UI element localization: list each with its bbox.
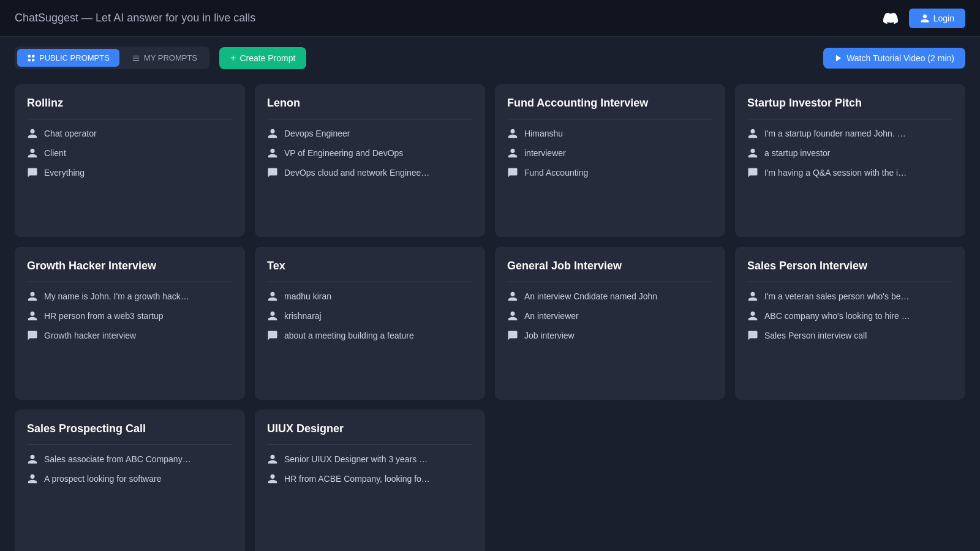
card-row: Client (27, 148, 233, 161)
card-row-text: I'm having a Q&A session with the inv... (764, 167, 911, 179)
card-row: Senior UIUX Designer with 3 years of... (267, 454, 473, 467)
svg-marker-4 (836, 54, 841, 61)
card-title: Fund Accounting Interview (507, 96, 713, 110)
card-row-text: DevOps cloud and network Engineer ... (284, 167, 431, 179)
card-row-text: Senior UIUX Designer with 3 years of... (284, 454, 431, 466)
card-row: An interview Cndidate named John (507, 291, 713, 304)
prompt-card[interactable]: Sales Prospecting CallSales associate fr… (15, 410, 245, 551)
card-row: Chat operator (27, 128, 233, 141)
card-row: HR from ACBE Company, looking for hi... (267, 473, 473, 487)
chat-icon (27, 330, 38, 343)
card-row-text: Job interview (524, 330, 575, 342)
person-icon (747, 291, 758, 304)
prompt-card[interactable]: RollinzChat operatorClientEverything (15, 84, 245, 237)
card-title: General Job Interview (507, 259, 713, 273)
chat-icon (267, 167, 278, 181)
person-icon (747, 148, 758, 161)
prompt-card[interactable]: LenonDevops EngineerVP of Engineering an… (255, 84, 485, 237)
card-row-text: krishnaraj (284, 310, 322, 323)
card-row-text: Fund Accounting (524, 167, 588, 179)
card-divider (507, 119, 713, 119)
person-icon (507, 291, 518, 304)
card-row: I'm a veteran sales person who's bee... (747, 291, 953, 304)
chat-icon (507, 167, 518, 181)
svg-rect-2 (28, 59, 31, 61)
login-label: Login (933, 13, 954, 23)
card-row-text: HR from ACBE Company, looking for hi... (284, 473, 431, 485)
card-row-text: A prospect looking for software (44, 473, 161, 485)
tab-group: PUBLIC PROMPTS MY PROMPTS (15, 47, 209, 69)
person-icon (747, 128, 758, 141)
prompt-card[interactable]: UIUX DesignerSenior UIUX Designer with 3… (255, 410, 485, 551)
svg-rect-3 (32, 59, 34, 61)
person-icon (507, 148, 518, 161)
card-row: A prospect looking for software (27, 473, 233, 487)
card-row-text: Devops Engineer (284, 128, 350, 140)
person-icon (27, 291, 38, 304)
svg-rect-0 (28, 54, 31, 57)
card-row-text: interviewer (524, 148, 566, 160)
logo-text: ChatSuggest (15, 12, 78, 24)
chat-icon (747, 167, 758, 181)
card-divider (27, 282, 233, 282)
card-row-text: a startup investor (764, 148, 830, 160)
card-row: krishnaraj (267, 310, 473, 324)
card-row-text: about a meeting building a feature (284, 330, 414, 342)
card-row-text: Growth hacker interview (44, 330, 136, 342)
chat-icon (267, 330, 278, 343)
watch-tutorial-button[interactable]: Watch Tutorial Video (2 min) (823, 48, 965, 69)
prompt-card[interactable]: Startup Investor PitchI'm a startup foun… (735, 84, 965, 237)
card-row-text: ABC company who's looking to hire s... (764, 310, 911, 323)
card-row: I'm having a Q&A session with the inv... (747, 167, 953, 181)
person-icon (27, 473, 38, 487)
card-row: VP of Engineering and DevOps (267, 148, 473, 161)
card-divider (27, 119, 233, 119)
cards-grid: RollinzChat operatorClientEverythingLeno… (0, 79, 980, 551)
discord-icon[interactable] (880, 7, 902, 29)
card-row-text: Client (44, 148, 66, 160)
card-divider (747, 119, 953, 119)
card-row-text: An interview Cndidate named John (524, 291, 657, 303)
card-title: Rollinz (27, 96, 233, 110)
card-row: ABC company who's looking to hire s... (747, 310, 953, 324)
chat-icon (27, 167, 38, 181)
prompt-card[interactable]: General Job InterviewAn interview Cndida… (495, 247, 725, 400)
person-icon (267, 310, 278, 324)
card-title: Tex (267, 259, 473, 273)
prompt-card[interactable]: Sales Person InterviewI'm a veteran sale… (735, 247, 965, 400)
person-icon (267, 148, 278, 161)
card-row-text: Sales Person interview call (764, 330, 867, 342)
card-divider (267, 282, 473, 282)
card-row-text: VP of Engineering and DevOps (284, 148, 403, 160)
person-icon (27, 454, 38, 467)
card-title: UIUX Designer (267, 422, 473, 436)
card-row: madhu kiran (267, 291, 473, 304)
card-row-text: I'm a veteran sales person who's bee... (764, 291, 911, 303)
card-title: Sales Person Interview (747, 259, 953, 273)
create-prompt-button[interactable]: + Create Prompt (219, 47, 306, 69)
card-row: Everything (27, 167, 233, 181)
watch-label: Watch Tutorial Video (2 min) (846, 53, 954, 63)
card-row: DevOps cloud and network Engineer ... (267, 167, 473, 181)
card-row: Himanshu (507, 128, 713, 141)
card-title: Growth Hacker Interview (27, 259, 233, 273)
login-button[interactable]: Login (909, 9, 965, 28)
card-row-text: Everything (44, 167, 85, 179)
card-divider (27, 444, 233, 445)
person-icon (267, 291, 278, 304)
person-icon (267, 128, 278, 141)
logo: ChatSuggest — Let AI answer for you in l… (15, 12, 255, 24)
person-icon (747, 310, 758, 324)
prompt-card[interactable]: Fund Accounting InterviewHimanshuintervi… (495, 84, 725, 237)
prompt-card[interactable]: Texmadhu kirankrishnarajabout a meeting … (255, 247, 485, 400)
chat-icon (747, 330, 758, 343)
prompt-card[interactable]: Growth Hacker InterviewMy name is John. … (15, 247, 245, 400)
card-row-text: Himanshu (524, 128, 563, 140)
card-row: Fund Accounting (507, 167, 713, 181)
card-row: Job interview (507, 330, 713, 343)
card-row: interviewer (507, 148, 713, 161)
tab-public-prompts[interactable]: PUBLIC PROMPTS (17, 49, 119, 67)
person-icon (267, 473, 278, 487)
header-right: Login (880, 7, 965, 29)
tab-my-prompts[interactable]: MY PROMPTS (122, 49, 207, 67)
